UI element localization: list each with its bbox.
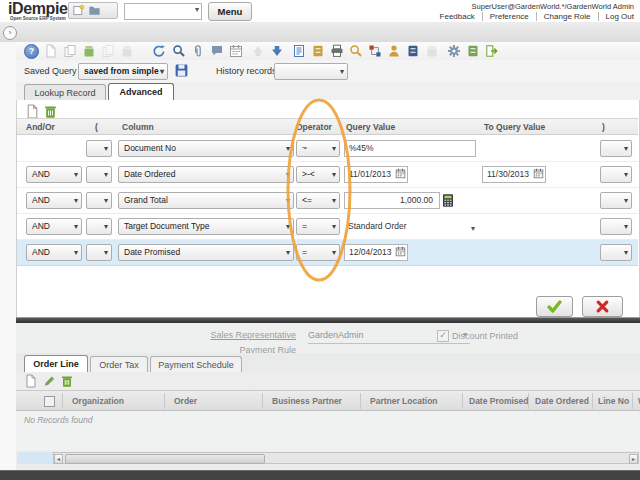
close-paren-select[interactable]	[600, 140, 632, 157]
chat-icon[interactable]	[210, 44, 224, 58]
query-value-list-select[interactable]: Standard Order	[344, 219, 478, 235]
background-form: Sales Representative GardenAdmin ✓ Disco…	[16, 323, 640, 353]
change-role-link[interactable]: Change Role	[537, 12, 599, 21]
menu-button[interactable]: Menu	[208, 2, 252, 21]
calendar-icon[interactable]	[229, 44, 243, 58]
col-date-ordered: Date Ordered	[535, 396, 589, 406]
confirm-button[interactable]	[536, 296, 573, 317]
archive-icon[interactable]	[311, 44, 325, 58]
delete-icon[interactable]	[120, 44, 134, 58]
query-row: AND Grand Total <= 1,000.00	[17, 188, 638, 214]
saved-query-combobox[interactable]: saved from simple	[78, 63, 168, 80]
column-select[interactable]: Date Ordered	[118, 166, 294, 183]
operator-select[interactable]: ~	[296, 140, 340, 157]
saved-query-row: Saved Query saved from simple History re…	[16, 60, 640, 82]
detail-delete-icon[interactable]	[60, 374, 74, 388]
print-icon[interactable]	[330, 44, 344, 58]
open-paren-select[interactable]	[86, 218, 112, 235]
calendar-picker-icon[interactable]	[395, 168, 406, 179]
detail-edit-icon[interactable]	[42, 374, 56, 388]
ignore-icon[interactable]	[425, 44, 439, 58]
preference-link[interactable]: Preference	[483, 12, 537, 21]
detail-record-icon[interactable]	[270, 44, 284, 58]
print-preview-icon[interactable]	[349, 44, 363, 58]
lookup-tab-strip: Lookup Record Advanced	[16, 82, 640, 101]
close-paren-select[interactable]	[600, 166, 632, 183]
requery-icon[interactable]	[152, 44, 166, 58]
column-select[interactable]: Date Promised	[118, 244, 294, 261]
discount-printed-checkbox[interactable]: ✓	[437, 330, 449, 342]
detail-grid-body: No Records found	[16, 411, 640, 451]
product-info-icon[interactable]	[406, 44, 420, 58]
close-paren-select[interactable]	[600, 192, 632, 209]
tab-payment-schedule[interactable]: Payment Schedule	[150, 356, 242, 372]
add-condition-icon[interactable]	[25, 104, 40, 119]
scrollbar-track[interactable]: ◂ ▸	[53, 452, 639, 464]
query-row: AND Target Document Type = Standard Orde…	[17, 214, 638, 240]
andor-select[interactable]: AND	[26, 192, 82, 209]
report-icon[interactable]	[292, 44, 306, 58]
header-andor: And/Or	[26, 122, 55, 132]
close-paren-select[interactable]	[600, 218, 632, 235]
andor-select[interactable]: AND	[26, 218, 82, 235]
open-paren-select[interactable]	[86, 244, 112, 261]
column-select[interactable]: Target Document Type	[118, 218, 294, 235]
global-search-combobox[interactable]	[124, 3, 202, 20]
open-folder-icon[interactable]	[88, 4, 101, 17]
new-record-icon[interactable]	[44, 44, 58, 58]
scroll-right-arrow[interactable]: ▸	[629, 454, 638, 464]
scroll-left-arrow[interactable]: ◂	[54, 454, 63, 464]
operator-select[interactable]: =	[296, 218, 340, 235]
operator-select[interactable]: >-<	[296, 166, 340, 183]
copy-record-icon[interactable]	[63, 44, 77, 58]
header-links: Feedback Preference Change Role Log Out	[433, 12, 634, 21]
column-select[interactable]: Grand Total	[118, 192, 294, 209]
save-icon[interactable]	[82, 44, 96, 58]
andor-select[interactable]: AND	[26, 244, 82, 261]
col-order: Order	[174, 396, 197, 406]
open-paren-select[interactable]	[86, 166, 112, 183]
cancel-button[interactable]	[582, 296, 623, 317]
operator-select[interactable]: =	[296, 244, 340, 261]
save-query-icon[interactable]	[174, 63, 189, 78]
calculator-icon[interactable]	[441, 193, 455, 208]
logout-link[interactable]: Log Out	[599, 12, 634, 21]
open-paren-select[interactable]	[86, 140, 112, 157]
andor-select[interactable]: AND	[26, 166, 82, 183]
feedback-link[interactable]: Feedback	[433, 12, 483, 21]
calendar-picker-icon[interactable]	[533, 168, 544, 179]
workflow-icon[interactable]	[368, 44, 382, 58]
select-all-checkbox[interactable]	[44, 396, 55, 407]
query-value-amount-input[interactable]: 1,000.00	[344, 192, 440, 209]
tab-lookup-record[interactable]: Lookup Record	[24, 84, 106, 100]
scrollbar-thumb[interactable]	[65, 454, 265, 464]
tab-order-tax[interactable]: Order Tax	[90, 356, 148, 372]
end-window-icon[interactable]	[485, 44, 499, 58]
detail-new-icon[interactable]	[24, 374, 38, 388]
process-icon[interactable]	[447, 44, 461, 58]
bottom-dark-bar	[0, 470, 640, 480]
tab-order-line[interactable]: Order Line	[24, 355, 88, 372]
payment-rule-field[interactable]	[308, 343, 400, 353]
operator-select[interactable]: <=	[296, 192, 340, 209]
col-organization: Organization	[72, 396, 124, 406]
history-records-combobox[interactable]	[274, 63, 348, 80]
new-window-icon[interactable]	[72, 4, 85, 17]
attachment-icon[interactable]	[191, 44, 205, 58]
expand-west-panel-icon[interactable]: ›	[3, 26, 17, 40]
export-icon[interactable]	[466, 44, 480, 58]
header-column: Column	[122, 122, 154, 132]
open-paren-select[interactable]	[86, 192, 112, 209]
parent-record-icon[interactable]	[251, 44, 265, 58]
save-create-icon[interactable]	[101, 44, 115, 58]
find-icon[interactable]	[172, 44, 186, 58]
delete-condition-icon[interactable]	[43, 104, 58, 119]
tab-advanced[interactable]: Advanced	[108, 83, 174, 100]
toolbar-help-icon[interactable]: ?	[24, 44, 39, 59]
horizontal-scrollbar[interactable]: ◂ ▸	[16, 452, 640, 464]
column-select[interactable]: Document No	[118, 140, 294, 157]
zoom-across-icon[interactable]	[387, 44, 401, 58]
query-value-input[interactable]: %45%	[344, 140, 476, 157]
close-paren-select[interactable]	[600, 244, 632, 261]
calendar-picker-icon[interactable]	[395, 246, 406, 257]
